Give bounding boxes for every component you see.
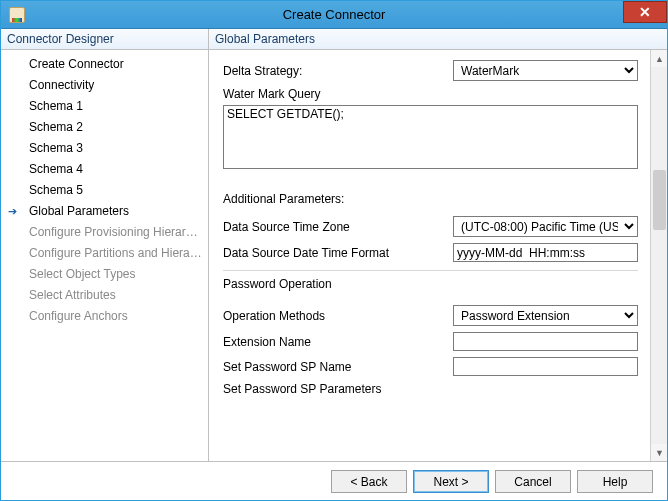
nav-label: Configure Provisioning Hierarchy: [29, 225, 204, 239]
window-title: Create Connector: [1, 7, 667, 22]
delta-strategy-label: Delta Strategy:: [223, 64, 453, 78]
back-button[interactable]: < Back: [331, 470, 407, 493]
close-icon: ✕: [639, 4, 651, 20]
nav-label: Schema 3: [29, 141, 83, 155]
help-button[interactable]: Help: [577, 470, 653, 493]
extension-name-input[interactable]: [453, 332, 638, 351]
datetime-format-label: Data Source Date Time Format: [223, 246, 453, 260]
nav-label: Schema 1: [29, 99, 83, 113]
timezone-select[interactable]: (UTC-08:00) Pacific Time (US & C: [453, 216, 638, 237]
timezone-label: Data Source Time Zone: [223, 220, 453, 234]
operation-methods-select[interactable]: Password Extension: [453, 305, 638, 326]
nav-configure-provisioning-hierarchy: Configure Provisioning Hierarchy: [1, 222, 208, 243]
scroll-up-icon[interactable]: ▲: [651, 50, 668, 67]
vertical-scrollbar[interactable]: ▲ ▼: [650, 50, 667, 461]
main-header: Global Parameters: [209, 29, 667, 50]
nav-label: Schema 5: [29, 183, 83, 197]
sidebar: Connector Designer Create Connector Conn…: [1, 29, 209, 461]
nav-label: Configure Anchors: [29, 309, 128, 323]
nav-configure-anchors: Configure Anchors: [1, 306, 208, 327]
operation-methods-label: Operation Methods: [223, 309, 453, 323]
delta-strategy-select[interactable]: WaterMark: [453, 60, 638, 81]
nav-label: Connectivity: [29, 78, 94, 92]
nav-schema-3[interactable]: Schema 3: [1, 138, 208, 159]
divider: [223, 270, 638, 271]
scrollbar-thumb[interactable]: [653, 170, 666, 230]
main-panel: Global Parameters Delta Strategy: WaterM…: [209, 29, 667, 461]
nav-connectivity[interactable]: Connectivity: [1, 75, 208, 96]
nav-schema-1[interactable]: Schema 1: [1, 96, 208, 117]
nav-label: Schema 2: [29, 120, 83, 134]
nav-select-object-types: Select Object Types: [1, 264, 208, 285]
set-password-sp-name-input[interactable]: [453, 357, 638, 376]
nav-schema-4[interactable]: Schema 4: [1, 159, 208, 180]
nav-select-attributes: Select Attributes: [1, 285, 208, 306]
nav-label: Configure Partitions and Hierarchies: [29, 246, 208, 260]
nav-create-connector[interactable]: Create Connector: [1, 54, 208, 75]
password-operation-label: Password Operation: [223, 277, 638, 291]
watermark-query-label: Water Mark Query: [223, 87, 321, 101]
nav-label: Select Object Types: [29, 267, 136, 281]
set-password-sp-name-label: Set Password SP Name: [223, 360, 453, 374]
wizard-footer: < Back Next > Cancel Help: [1, 461, 667, 501]
additional-parameters-label: Additional Parameters:: [223, 192, 638, 206]
nav-label: Select Attributes: [29, 288, 116, 302]
nav-global-parameters[interactable]: ➔ Global Parameters: [1, 201, 208, 222]
close-button[interactable]: ✕: [623, 1, 667, 23]
form-area: Delta Strategy: WaterMark Water Mark Que…: [209, 50, 650, 461]
nav-label: Create Connector: [29, 57, 124, 71]
nav-configure-partitions: Configure Partitions and Hierarchies: [1, 243, 208, 264]
nav-schema-2[interactable]: Schema 2: [1, 117, 208, 138]
watermark-query-textarea[interactable]: [223, 105, 638, 169]
nav-schema-5[interactable]: Schema 5: [1, 180, 208, 201]
title-bar: Create Connector ✕: [1, 1, 667, 29]
set-password-sp-parameters-label: Set Password SP Parameters: [223, 382, 453, 396]
scroll-down-icon[interactable]: ▼: [651, 444, 668, 461]
nav-label: Schema 4: [29, 162, 83, 176]
arrow-right-icon: ➔: [8, 203, 17, 220]
next-button[interactable]: Next >: [413, 470, 489, 493]
datetime-format-input[interactable]: [453, 243, 638, 262]
nav-label: Global Parameters: [29, 204, 129, 218]
sidebar-list: Create Connector Connectivity Schema 1 S…: [1, 50, 208, 461]
extension-name-label: Extension Name: [223, 335, 453, 349]
sidebar-header: Connector Designer: [1, 29, 208, 50]
cancel-button[interactable]: Cancel: [495, 470, 571, 493]
